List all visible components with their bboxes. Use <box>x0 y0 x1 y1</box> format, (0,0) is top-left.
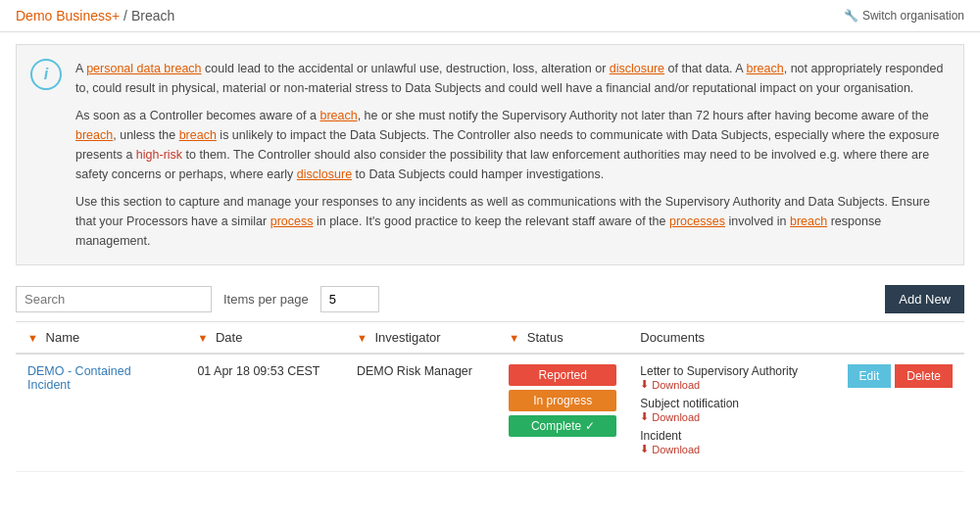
sort-arrow-investigator: ▼ <box>357 332 368 344</box>
edit-button[interactable]: Edit <box>848 364 892 388</box>
wrench-icon: 🔧 <box>844 9 858 23</box>
table-wrapper: ▼ Name ▼ Date ▼ Investigator ▼ Status Do… <box>0 321 980 472</box>
sort-arrow-date: ▼ <box>197 332 208 344</box>
breadcrumb: Demo Business+ / Breach <box>16 8 174 24</box>
document-download-link[interactable]: ⬇ Download <box>640 443 823 455</box>
search-input[interactable] <box>16 286 212 312</box>
highlight-breach1: breach <box>746 62 783 75</box>
cell-date: 01 Apr 18 09:53 CEST <box>185 354 344 472</box>
info-para2: As soon as a Controller becomes aware of… <box>75 106 948 184</box>
document-item: Incident⬇ Download <box>640 429 823 455</box>
header: Demo Business+ / Breach 🔧 Switch organis… <box>0 0 980 32</box>
table-row: DEMO - Contained Incident01 Apr 18 09:53… <box>16 354 964 472</box>
controls-bar: Items per page Add New <box>0 277 980 321</box>
highlight-breach2: breach <box>319 109 357 122</box>
data-table: ▼ Name ▼ Date ▼ Investigator ▼ Status Do… <box>16 321 964 472</box>
download-arrow-icon: ⬇ <box>640 410 649 423</box>
breadcrumb-company: Demo Business+ <box>16 8 120 24</box>
cell-documents: Letter to Supervisory Authority⬇ Downloa… <box>628 354 835 472</box>
col-header-actions <box>836 322 964 355</box>
items-per-page-label: Items per page <box>223 292 309 307</box>
highlight-breach4: breach <box>179 128 217 142</box>
document-title: Incident <box>640 429 681 443</box>
document-download-link[interactable]: ⬇ Download <box>640 378 823 391</box>
info-icon: i <box>30 59 62 90</box>
col-header-status[interactable]: ▼ Status <box>497 322 628 355</box>
breadcrumb-page: Breach <box>131 8 174 24</box>
highlight-breach5: breach <box>790 214 827 228</box>
info-box: i A personal data breach could lead to t… <box>16 44 964 265</box>
row-name-link[interactable]: DEMO - Contained Incident <box>27 364 131 392</box>
document-title: Letter to Supervisory Authority <box>640 364 798 378</box>
highlight-processes: processes <box>669 214 725 228</box>
document-download-link[interactable]: ⬇ Download <box>640 410 823 423</box>
col-header-name[interactable]: ▼ Name <box>16 322 185 355</box>
delete-button[interactable]: Delete <box>895 364 953 388</box>
col-header-date[interactable]: ▼ Date <box>185 322 344 355</box>
cell-investigator: DEMO Risk Manager <box>345 354 497 472</box>
document-item: Letter to Supervisory Authority⬇ Downloa… <box>640 364 823 391</box>
status-badge-reported: Reported <box>509 364 616 386</box>
download-arrow-icon: ⬇ <box>640 443 649 455</box>
add-new-button[interactable]: Add New <box>885 285 964 313</box>
switch-org-button[interactable]: 🔧 Switch organisation <box>844 9 964 23</box>
sort-arrow-name: ▼ <box>27 332 38 344</box>
highlight-disclosure2: disclosure <box>297 167 352 181</box>
status-badge-complete: Complete ✓ <box>509 415 616 437</box>
info-para1: A personal data breach could lead to the… <box>75 59 948 98</box>
highlight-disclosure1: disclosure <box>610 62 664 75</box>
breadcrumb-separator: / <box>120 8 131 24</box>
highlight-process1: process <box>270 214 314 228</box>
highlight-breach3: breach <box>75 128 113 142</box>
col-header-investigator[interactable]: ▼ Investigator <box>345 322 497 355</box>
document-title: Subject notification <box>640 397 739 410</box>
cell-actions: EditDelete <box>836 354 964 472</box>
download-arrow-icon: ⬇ <box>640 378 649 391</box>
cell-status: ReportedIn progressComplete ✓ <box>497 354 628 472</box>
status-badge-inprogress: In progress <box>509 390 616 411</box>
cell-name: DEMO - Contained Incident <box>16 354 185 472</box>
table-header-row: ▼ Name ▼ Date ▼ Investigator ▼ Status Do… <box>16 322 964 355</box>
info-para3: Use this section to capture and manage y… <box>75 192 948 251</box>
highlight-personal-data-breach: personal data breach <box>86 62 201 75</box>
items-per-page-input[interactable] <box>320 286 379 312</box>
highlight-high-risk: high-risk <box>136 148 182 162</box>
col-header-documents: Documents <box>628 322 835 355</box>
sort-arrow-status: ▼ <box>509 332 519 344</box>
document-item: Subject notification⬇ Download <box>640 397 823 423</box>
